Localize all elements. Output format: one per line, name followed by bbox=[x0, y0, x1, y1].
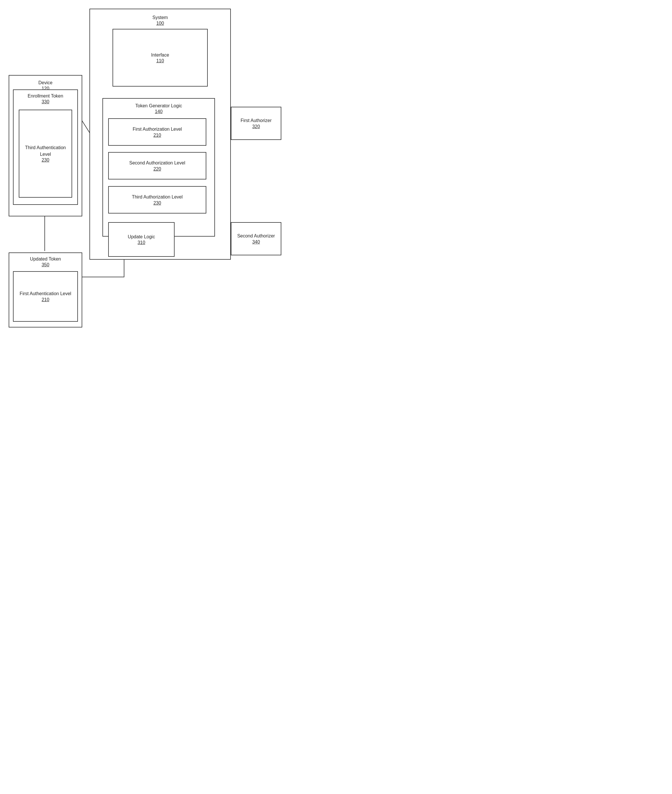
first-authentication-level-label: First Authentication Level bbox=[20, 291, 71, 297]
first-authorizer-label: First Authorizer bbox=[241, 117, 272, 124]
third-auth-level-box: Third Authorization Level 230 bbox=[108, 186, 206, 213]
system-label: System bbox=[90, 14, 230, 21]
first-auth-level-box: First Authorization Level 210 bbox=[108, 118, 206, 146]
system-number: 100 bbox=[90, 21, 230, 26]
third-auth-level-label: Third Authorization Level bbox=[132, 194, 182, 200]
third-authentication-level-number: 230 bbox=[42, 157, 50, 163]
first-auth-level-number: 210 bbox=[154, 133, 161, 138]
update-logic-label: Update Logic bbox=[128, 234, 155, 240]
second-auth-level-box: Second Authorization Level 220 bbox=[108, 152, 206, 179]
third-authentication-level-label: Third Authentication Level bbox=[19, 144, 72, 157]
first-auth-level-label: First Authorization Level bbox=[133, 126, 182, 133]
third-authentication-level-box: Third Authentication Level 230 bbox=[19, 110, 72, 198]
first-authorizer-number: 320 bbox=[252, 124, 260, 129]
enrollment-token-label: Enrollment Token bbox=[14, 93, 77, 99]
interface-number: 110 bbox=[157, 58, 164, 64]
third-auth-level-number: 230 bbox=[154, 200, 161, 206]
first-authorizer-box: First Authorizer 320 bbox=[231, 107, 281, 140]
first-authentication-level-box: First Authentication Level 210 bbox=[13, 271, 78, 322]
second-authorizer-number: 340 bbox=[252, 240, 260, 245]
token-generator-number: 140 bbox=[103, 109, 214, 114]
updated-token-number: 350 bbox=[9, 262, 82, 267]
updated-token-label: Updated Token bbox=[9, 256, 82, 262]
device-label: Device bbox=[9, 80, 82, 86]
second-auth-level-number: 220 bbox=[154, 166, 161, 172]
second-authorizer-box: Second Authorizer 340 bbox=[231, 222, 281, 255]
diagram-container: System 100 Interface 110 Token Generator… bbox=[0, 0, 288, 341]
update-logic-number: 310 bbox=[138, 240, 146, 245]
update-logic-box: Update Logic 310 bbox=[108, 222, 174, 257]
token-generator-label: Token Generator Logic bbox=[103, 103, 214, 109]
first-authentication-level-number: 210 bbox=[42, 297, 50, 303]
interface-box: Interface 110 bbox=[112, 29, 208, 86]
second-authorizer-label: Second Authorizer bbox=[237, 233, 275, 239]
second-auth-level-label: Second Authorization Level bbox=[129, 160, 185, 166]
interface-label: Interface bbox=[151, 52, 169, 58]
enrollment-token-number: 330 bbox=[14, 99, 77, 104]
